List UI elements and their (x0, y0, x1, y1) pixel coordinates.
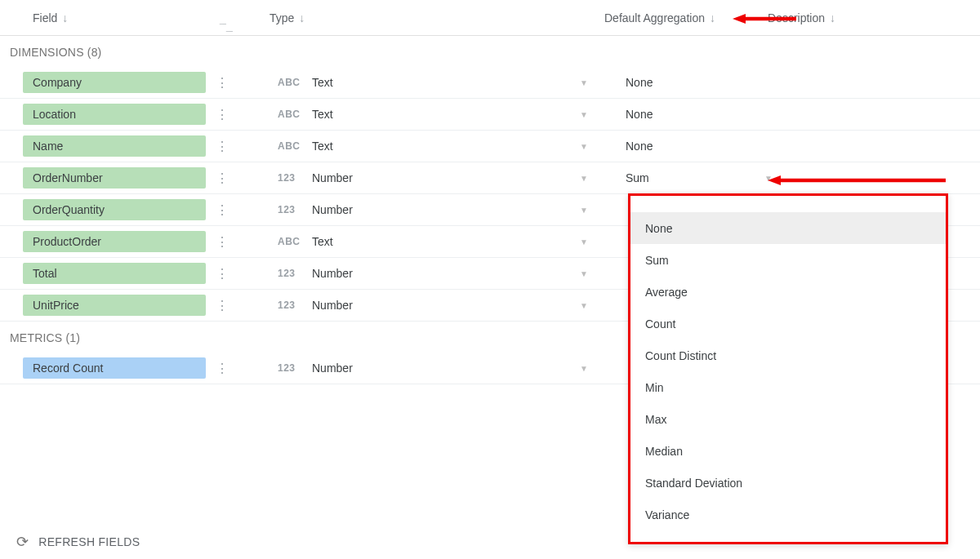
caret-down-icon: ▼ (580, 110, 588, 119)
dimension-row: Name⋮ABCText▼None (0, 131, 980, 162)
type-selector[interactable]: ABCText▼ (278, 76, 596, 89)
type-label: Number (312, 171, 353, 184)
refresh-label: REFRESH FIELDS (38, 535, 140, 548)
more-options-icon[interactable]: ⋮ (212, 75, 232, 91)
aggregation-dropdown: NoneSumAverageCountCount DistinctMinMaxM… (628, 193, 948, 544)
svg-marker-1 (733, 14, 746, 24)
aggregation-option[interactable]: Median (630, 435, 946, 467)
sort-down-icon: ↓ (710, 11, 715, 24)
type-selector[interactable]: 123Number▼ (278, 362, 596, 375)
text-type-icon: ABC (278, 109, 304, 120)
more-options-icon[interactable]: ⋮ (212, 234, 232, 250)
more-options-icon[interactable]: ⋮ (212, 266, 232, 282)
field-chip[interactable]: UnitPrice (23, 295, 206, 316)
type-selector[interactable]: ABCText▼ (278, 140, 596, 153)
sort-down-icon: ↓ (299, 11, 305, 24)
aggregation-option[interactable]: Sum (630, 244, 946, 276)
number-type-icon: 123 (278, 362, 304, 374)
aggregation-label: None (626, 140, 653, 153)
more-options-icon[interactable]: ⋮ (212, 171, 232, 186)
aggregation-option[interactable]: Variance (630, 499, 946, 530)
svg-marker-3 (768, 175, 781, 185)
field-chip[interactable]: Total (23, 263, 206, 284)
aggregation-selector[interactable]: Sum▼ (626, 171, 773, 184)
aggregation-option[interactable]: Average (630, 276, 946, 308)
field-chip[interactable]: ProductOrder (23, 231, 206, 252)
caret-down-icon: ▼ (580, 301, 588, 310)
type-selector[interactable]: ABCText▼ (278, 108, 596, 121)
text-type-icon: ABC (278, 77, 304, 88)
type-label: Text (312, 140, 333, 153)
aggregation-selector[interactable]: None (626, 108, 773, 121)
header-agg-label: Default Aggregation (604, 11, 705, 24)
annotation-arrow-icon (768, 175, 947, 186)
type-selector[interactable]: ABCText▼ (278, 235, 596, 248)
caret-down-icon: ▼ (580, 174, 588, 183)
caret-down-icon: ▼ (580, 78, 588, 87)
field-chip[interactable]: Company (23, 72, 206, 93)
aggregation-selector[interactable]: None (626, 140, 773, 153)
dimension-row: Location⋮ABCText▼None (0, 99, 980, 131)
caret-down-icon: ▼ (580, 142, 588, 151)
column-header-row: Field ↓ Type ↓ Default Aggregation ↓ Des… (0, 0, 980, 36)
more-options-icon[interactable]: ⋮ (212, 139, 232, 154)
field-chip[interactable]: OrderNumber (23, 167, 206, 189)
type-label: Number (312, 299, 353, 312)
aggregation-option[interactable]: Count Distinct (630, 339, 946, 371)
sort-down-icon: ↓ (62, 11, 68, 24)
sort-down-icon: ↓ (830, 11, 835, 24)
annotation-arrow-icon (733, 13, 798, 24)
header-type[interactable]: Type ↓ (270, 11, 596, 24)
refresh-fields-button[interactable]: ⟳ REFRESH FIELDS (16, 533, 140, 551)
number-type-icon: 123 (278, 204, 304, 215)
header-field-label: Field (33, 11, 57, 24)
field-chip[interactable]: Record Count (23, 357, 206, 379)
section-dimensions: DIMENSIONS (8) (0, 36, 980, 67)
field-chip[interactable]: OrderQuantity (23, 199, 206, 220)
more-options-icon[interactable]: ⋮ (212, 107, 232, 122)
field-chip[interactable]: Location (23, 104, 206, 125)
number-type-icon: 123 (278, 172, 304, 184)
type-selector[interactable]: 123Number▼ (278, 299, 596, 312)
type-label: Number (312, 362, 353, 375)
aggregation-option[interactable]: Max (630, 403, 946, 435)
type-label: Text (312, 235, 333, 248)
type-selector[interactable]: 123Number▼ (278, 267, 596, 280)
text-type-icon: ABC (278, 140, 304, 152)
aggregation-label: Sum (626, 171, 649, 184)
aggregation-label: None (626, 76, 653, 89)
caret-down-icon: ▼ (580, 206, 588, 215)
caret-down-icon: ▼ (580, 237, 588, 246)
text-type-icon: ABC (278, 236, 304, 247)
refresh-icon: ⟳ (16, 533, 29, 551)
type-label: Number (312, 203, 353, 216)
type-label: Number (312, 267, 353, 280)
dimension-row: Company⋮ABCText▼None (0, 67, 980, 99)
field-chip[interactable]: Name (23, 135, 206, 157)
aggregation-option[interactable]: None (630, 212, 946, 244)
aggregation-selector[interactable]: None (626, 76, 773, 89)
more-options-icon[interactable]: ⋮ (212, 202, 232, 218)
aggregation-option[interactable]: Min (630, 371, 946, 403)
header-field[interactable]: Field ↓ (33, 11, 229, 24)
header-type-label: Type (270, 11, 294, 24)
more-options-icon[interactable]: ⋮ (212, 361, 232, 376)
type-selector[interactable]: 123Number▼ (278, 203, 596, 216)
aggregation-option[interactable]: Count (630, 308, 946, 339)
type-selector[interactable]: 123Number▼ (278, 171, 596, 184)
caret-down-icon: ▼ (580, 364, 588, 373)
type-label: Text (312, 76, 333, 89)
type-label: Text (312, 108, 333, 121)
number-type-icon: 123 (278, 268, 304, 279)
caret-down-icon: ▼ (580, 269, 588, 278)
resize-handle-icon[interactable]: ⟋⟋ (216, 17, 238, 39)
aggregation-option[interactable]: Standard Deviation (630, 467, 946, 499)
number-type-icon: 123 (278, 299, 304, 311)
aggregation-label: None (626, 108, 653, 121)
more-options-icon[interactable]: ⋮ (212, 298, 232, 313)
